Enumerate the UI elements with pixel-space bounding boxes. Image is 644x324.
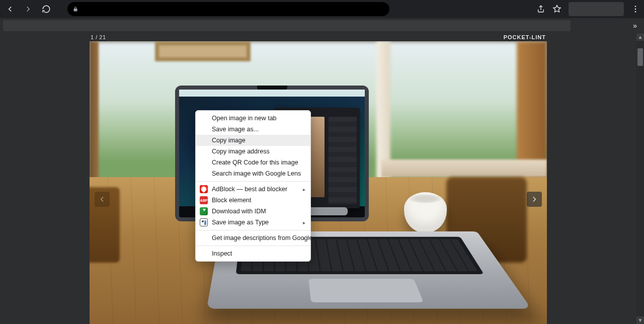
gallery-counter: 1 / 21 bbox=[91, 34, 106, 40]
vertical-scrollbar[interactable]: ▲ ▼ bbox=[636, 33, 644, 324]
bookmarks-strip[interactable] bbox=[3, 20, 571, 31]
submenu-chevron-icon: ▸ bbox=[303, 187, 305, 192]
nav-back-button[interactable] bbox=[3, 2, 17, 16]
scroll-up-icon[interactable]: ▲ bbox=[636, 33, 644, 41]
lock-icon bbox=[72, 6, 78, 12]
ctx-adblock[interactable]: AdBlock — best ad blocker ▸ bbox=[196, 184, 310, 195]
ctx-image-descriptions[interactable]: Get image descriptions from Google ▸ bbox=[196, 232, 310, 244]
ctx-download-idm[interactable]: Download with IDM bbox=[196, 206, 310, 217]
ctx-save-image-as[interactable]: Save image as... bbox=[196, 124, 310, 135]
bookmarks-bar: » bbox=[0, 18, 644, 33]
ctx-separator bbox=[196, 181, 310, 182]
reload-button[interactable] bbox=[39, 2, 53, 16]
page-viewport: 1 / 21 POCKET-LINT bbox=[0, 33, 636, 324]
ctx-block-element[interactable]: ABP Block element bbox=[196, 195, 310, 206]
address-bar[interactable] bbox=[67, 2, 389, 16]
adblock-icon bbox=[200, 185, 208, 193]
gallery-image[interactable] bbox=[90, 41, 547, 324]
idm-icon bbox=[200, 207, 208, 215]
nav-forward-button[interactable] bbox=[21, 2, 35, 16]
ctx-inspect[interactable]: Inspect bbox=[196, 248, 310, 259]
share-icon[interactable] bbox=[536, 5, 545, 14]
gallery-brand: POCKET-LINT bbox=[504, 34, 546, 40]
ctx-save-as-type[interactable]: Save image as Type ▸ bbox=[196, 217, 310, 228]
ctx-separator bbox=[196, 230, 310, 230]
ctx-separator bbox=[196, 246, 310, 246]
ctx-copy-image-address[interactable]: Copy image address bbox=[196, 146, 310, 157]
svg-point-1 bbox=[635, 9, 636, 10]
ctx-create-qr[interactable]: Create QR Code for this image bbox=[196, 157, 310, 168]
image-type-icon bbox=[200, 218, 208, 226]
abp-icon: ABP bbox=[200, 196, 208, 204]
bookmark-star-icon[interactable] bbox=[552, 5, 561, 14]
kebab-menu-icon[interactable] bbox=[631, 5, 640, 14]
gallery-next-button[interactable] bbox=[527, 192, 542, 207]
ctx-google-lens[interactable]: Search image with Google Lens bbox=[196, 168, 310, 179]
submenu-chevron-icon: ▸ bbox=[303, 235, 305, 241]
mug-prop bbox=[404, 192, 447, 232]
ctx-copy-image[interactable]: Copy image bbox=[196, 135, 310, 146]
svg-point-0 bbox=[635, 6, 636, 7]
submenu-chevron-icon: ▸ bbox=[303, 220, 305, 225]
context-menu: Open image in new tab Save image as... C… bbox=[195, 110, 311, 262]
scroll-down-icon[interactable]: ▼ bbox=[636, 316, 644, 324]
scroll-thumb[interactable] bbox=[637, 48, 643, 66]
ctx-open-new-tab[interactable]: Open image in new tab bbox=[196, 113, 310, 124]
image-gallery-stage: 1 / 21 POCKET-LINT bbox=[90, 33, 547, 324]
svg-point-2 bbox=[635, 11, 636, 13]
profile-extensions-slot[interactable] bbox=[569, 2, 624, 16]
gallery-prev-button[interactable] bbox=[95, 192, 110, 207]
browser-toolbar bbox=[0, 0, 644, 18]
overflow-chevron-icon[interactable]: » bbox=[633, 22, 637, 30]
